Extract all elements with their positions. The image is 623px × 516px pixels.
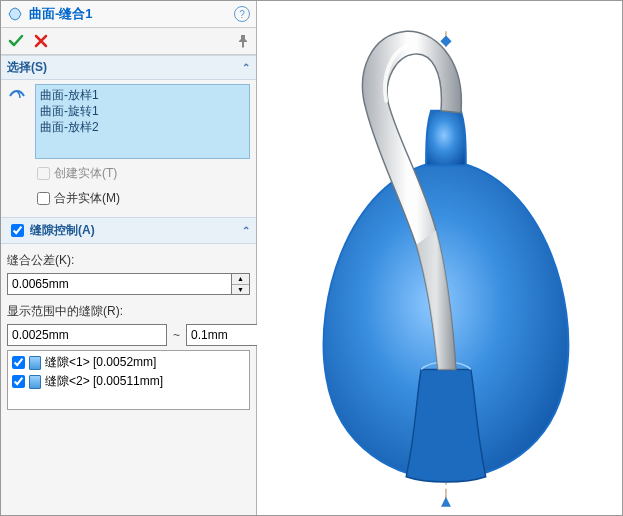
tolerance-label: 缝合公差(K):: [7, 252, 250, 269]
help-icon[interactable]: ?: [234, 6, 250, 22]
create-solid-row: 创建实体(T): [37, 163, 250, 184]
merge-entities-label: 合并实体(M): [54, 190, 120, 207]
selection-listbox[interactable]: 曲面-放样1 曲面-旋转1 曲面-放样2: [35, 84, 250, 159]
tolerance-spinner: ▲ ▼: [232, 273, 250, 295]
gap-label: 缝隙<1> [0.0052mm]: [45, 354, 156, 371]
svg-marker-1: [441, 497, 451, 507]
selection-target-icon: [7, 84, 29, 109]
confirm-row: [1, 28, 256, 55]
merge-entities-row: 合并实体(M): [37, 188, 250, 209]
range-row: ~ ▲ ▼: [7, 324, 250, 346]
property-panel: 曲面-缝合1 ? 选择(S) ⌃: [1, 1, 257, 515]
pushpin-icon[interactable]: [236, 34, 250, 48]
create-solid-checkbox: [37, 167, 50, 180]
gap-item: 缝隙<2> [0.00511mm]: [10, 372, 247, 391]
range-min-input[interactable]: [7, 324, 167, 346]
panel-title: 曲面-缝合1: [29, 5, 234, 23]
list-item[interactable]: 曲面-放样1: [40, 87, 245, 103]
model-preview: [257, 1, 622, 515]
list-item[interactable]: 曲面-旋转1: [40, 103, 245, 119]
range-separator: ~: [171, 328, 182, 342]
gap-checkbox[interactable]: [12, 375, 25, 388]
section-gap-body: 缝合公差(K): ▲ ▼ 显示范围中的缝隙(R): ~ ▲ ▼: [1, 244, 256, 418]
tolerance-input[interactable]: [7, 273, 232, 295]
gap-control-checkbox[interactable]: [11, 224, 24, 237]
section-selection-header[interactable]: 选择(S) ⌃: [1, 55, 256, 80]
list-item[interactable]: 曲面-放样2: [40, 119, 245, 135]
ok-button[interactable]: [7, 32, 25, 50]
gap-item: 缝隙<1> [0.0052mm]: [10, 353, 247, 372]
cancel-button[interactable]: [33, 33, 49, 49]
tolerance-input-row: ▲ ▼: [7, 273, 250, 295]
collapse-icon: ⌃: [242, 62, 250, 73]
knit-surface-icon: [7, 6, 23, 22]
section-gap-title: 缝隙控制(A): [30, 222, 95, 239]
panel-header: 曲面-缝合1 ?: [1, 1, 256, 28]
gap-icon: [29, 375, 41, 389]
range-label: 显示范围中的缝隙(R):: [7, 303, 250, 320]
merge-entities-checkbox[interactable]: [37, 192, 50, 205]
section-selection-title: 选择(S): [7, 59, 47, 76]
gap-checkbox[interactable]: [12, 356, 25, 369]
gap-label: 缝隙<2> [0.00511mm]: [45, 373, 163, 390]
create-solid-label: 创建实体(T): [54, 165, 117, 182]
svg-rect-2: [440, 36, 451, 47]
collapse-icon: ⌃: [242, 225, 250, 236]
section-gap-header[interactable]: 缝隙控制(A) ⌃: [1, 217, 256, 244]
graphics-viewport[interactable]: [257, 1, 622, 515]
section-selection-body: 曲面-放样1 曲面-旋转1 曲面-放样2 创建实体(T) 合并实体(M): [1, 80, 256, 217]
spinner-up[interactable]: ▲: [232, 274, 249, 285]
gap-icon: [29, 356, 41, 370]
gap-list: 缝隙<1> [0.0052mm] 缝隙<2> [0.00511mm]: [7, 350, 250, 410]
spinner-down[interactable]: ▼: [232, 285, 249, 295]
